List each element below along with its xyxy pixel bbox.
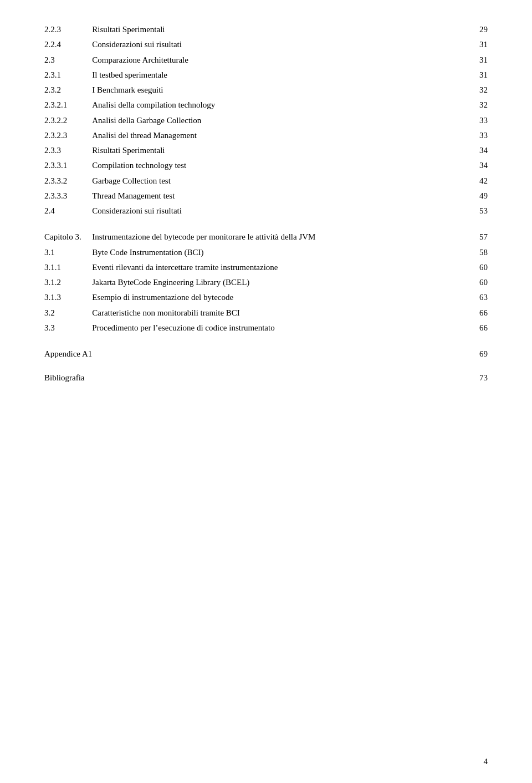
bibliography-label xyxy=(92,370,471,385)
toc-num: 2.3.3.2 xyxy=(44,174,92,189)
toc-row: 2.3.2I Benchmark eseguiti32 xyxy=(44,83,488,98)
toc-num: 3.1.1 xyxy=(44,260,92,275)
toc-row: 2.3.1Il testbed sperimentale31 xyxy=(44,68,488,83)
toc-page: 34 xyxy=(471,143,488,158)
toc-label: Considerazioni sui risultati xyxy=(92,37,471,52)
toc-label: Garbage Collection test xyxy=(92,174,471,189)
toc-label: Analisi della compilation technology xyxy=(92,98,471,113)
toc-row: 2.3.3.2Garbage Collection test42 xyxy=(44,174,488,189)
toc-num: 2.2.3 xyxy=(44,22,92,37)
toc-row: 2.3Comparazione Architetturale31 xyxy=(44,53,488,68)
toc-page: 32 xyxy=(471,98,488,113)
toc-num: 3.3 xyxy=(44,321,92,335)
bibliography-row: Bibliografia73 xyxy=(44,370,488,385)
toc-num: 2.3.3.3 xyxy=(44,189,92,204)
toc-page: 60 xyxy=(471,275,488,290)
toc-page: 60 xyxy=(471,260,488,275)
toc-num: 2.3.1 xyxy=(44,68,92,83)
toc-num: 2.3.2.1 xyxy=(44,98,92,113)
toc-gap xyxy=(44,218,488,230)
toc-page: 29 xyxy=(471,22,488,37)
chapter3-num: Capitolo 3. xyxy=(44,230,92,245)
toc-page: 66 xyxy=(471,321,488,335)
toc-row: 3.1.2Jakarta ByteCode Engineering Librar… xyxy=(44,275,488,290)
toc-page: 34 xyxy=(471,158,488,173)
toc-num: 3.1.3 xyxy=(44,290,92,305)
toc-row: 2.3.3Risultati Sperimentali34 xyxy=(44,143,488,158)
chapter3-row: Capitolo 3.Instrumentazione del bytecode… xyxy=(44,230,488,245)
toc-page: 66 xyxy=(471,306,488,321)
chapter3-label: Instrumentazione del bytecode per monito… xyxy=(92,230,471,245)
toc-num: 3.2 xyxy=(44,306,92,321)
toc-label: Analisi della Garbage Collection xyxy=(92,113,471,128)
toc-num: 2.3 xyxy=(44,53,92,68)
toc-gap xyxy=(44,335,488,347)
toc-label: Jakarta ByteCode Engineering Library (BC… xyxy=(92,275,471,290)
toc-label: Compilation technology test xyxy=(92,158,471,173)
chapter3-page: 57 xyxy=(471,230,488,245)
toc-label: Analisi del thread Management xyxy=(92,128,471,143)
toc-row: 3.1.1Eventi rilevanti da intercettare tr… xyxy=(44,260,488,275)
toc-row: 2.3.3.1Compilation technology test34 xyxy=(44,158,488,173)
toc-label: Risultati Sperimentali xyxy=(92,22,471,37)
toc-num: 2.4 xyxy=(44,204,92,218)
toc-num: 2.2.4 xyxy=(44,37,92,52)
toc-page: 53 xyxy=(471,204,488,218)
appendix-row: Appendice A169 xyxy=(44,347,488,362)
toc-num: 2.3.2.2 xyxy=(44,113,92,128)
toc-row: 2.2.3Risultati Sperimentali29 xyxy=(44,22,488,37)
toc-page: 31 xyxy=(471,53,488,68)
toc-page: 32 xyxy=(471,83,488,98)
appendix-page: 69 xyxy=(471,347,488,362)
toc-page: 31 xyxy=(471,37,488,52)
toc-label: Comparazione Architetturale xyxy=(92,53,471,68)
toc-label: Il testbed sperimentale xyxy=(92,68,471,83)
toc-row: 2.4Considerazioni sui risultati53 xyxy=(44,204,488,218)
toc-page: 31 xyxy=(471,68,488,83)
toc-label: Considerazioni sui risultati xyxy=(92,204,471,218)
toc-row: 2.2.4Considerazioni sui risultati31 xyxy=(44,37,488,52)
toc-label: Eventi rilevanti da intercettare tramite… xyxy=(92,260,471,275)
toc-num: 2.3.2.3 xyxy=(44,128,92,143)
toc-page: 42 xyxy=(471,174,488,189)
toc-page: 33 xyxy=(471,128,488,143)
appendix-label xyxy=(92,347,471,362)
toc-row: 2.3.2.3Analisi del thread Management33 xyxy=(44,128,488,143)
toc-row: 3.1Byte Code Instrumentation (BCI)58 xyxy=(44,245,488,260)
toc-table: 2.2.3Risultati Sperimentali292.2.4Consid… xyxy=(44,22,488,386)
toc-page: 49 xyxy=(471,189,488,204)
toc-label: Esempio di instrumentazione del bytecode xyxy=(92,290,471,305)
toc-row: 2.3.3.3Thread Management test49 xyxy=(44,189,488,204)
toc-label: Byte Code Instrumentation (BCI) xyxy=(92,245,471,260)
toc-num: 2.3.3.1 xyxy=(44,158,92,173)
toc-page: 58 xyxy=(471,245,488,260)
toc-label: Caratteristiche non monitorabili tramite… xyxy=(92,306,471,321)
toc-label: I Benchmark eseguiti xyxy=(92,83,471,98)
toc-row: 3.3Procedimento per l’esecuzione di codi… xyxy=(44,321,488,335)
toc-num: 2.3.2 xyxy=(44,83,92,98)
toc-num: 3.1.2 xyxy=(44,275,92,290)
toc-num: 3.1 xyxy=(44,245,92,260)
appendix-num: Appendice A1 xyxy=(44,347,92,362)
toc-row: 2.3.2.2Analisi della Garbage Collection3… xyxy=(44,113,488,128)
toc-label: Thread Management test xyxy=(92,189,471,204)
toc-label: Procedimento per l’esecuzione di codice … xyxy=(92,321,471,335)
toc-label: Risultati Sperimentali xyxy=(92,143,471,158)
bibliography-num: Bibliografia xyxy=(44,370,92,385)
toc-gap xyxy=(44,362,488,370)
bibliography-page: 73 xyxy=(471,370,488,385)
page-number: 4 xyxy=(484,757,488,766)
toc-page: 63 xyxy=(471,290,488,305)
toc-row: 3.1.3Esempio di instrumentazione del byt… xyxy=(44,290,488,305)
toc-num: 2.3.3 xyxy=(44,143,92,158)
toc-row: 3.2Caratteristiche non monitorabili tram… xyxy=(44,306,488,321)
toc-page: 33 xyxy=(471,113,488,128)
toc-row: 2.3.2.1Analisi della compilation technol… xyxy=(44,98,488,113)
